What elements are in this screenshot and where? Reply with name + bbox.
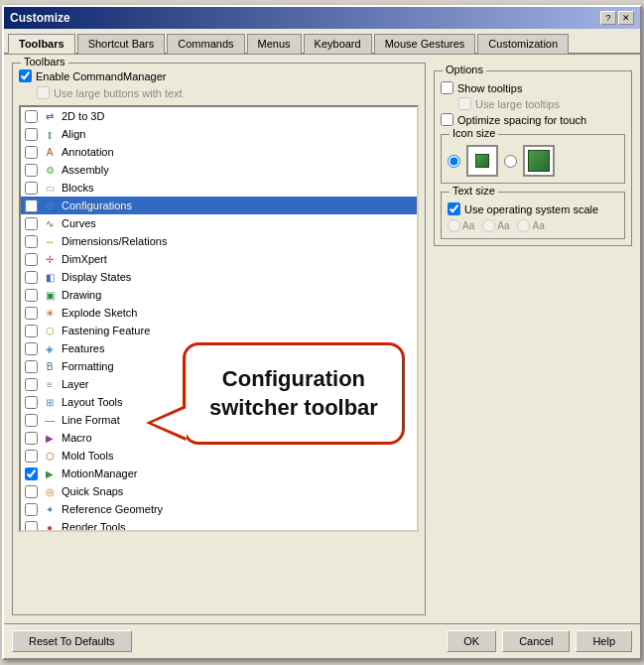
toolbar-item-checkbox[interactable] [25,485,38,498]
toolbar-item-icon: ◧ [42,269,58,285]
show-tooltips-row: Show tooltips [441,81,625,94]
toolbar-item[interactable]: ⬡Mold Tools [21,447,417,465]
text-size-title: Text size [450,185,498,197]
toolbar-list[interactable]: ⇄2D to 3D⫿AlignAAnnotation⚙Assembly▭Bloc… [19,105,419,532]
enable-command-manager-checkbox[interactable] [19,69,32,82]
toolbar-item-checkbox[interactable] [25,128,38,141]
icon-size-row [448,145,618,177]
help-button[interactable]: Help [576,630,632,652]
cancel-button[interactable]: Cancel [502,630,570,652]
toolbar-item-checkbox[interactable] [25,450,38,463]
toolbar-item-label: DimXpert [62,253,413,265]
show-tooltips-checkbox[interactable] [441,81,453,94]
toolbar-item-checkbox[interactable] [25,235,38,248]
toolbar-item[interactable]: ◎Quick Snaps [21,482,417,500]
toolbar-item[interactable]: ∿Curves [21,214,417,232]
toolbar-item-checkbox[interactable] [25,253,38,266]
toolbar-item-label: Reference Geometry [62,503,413,515]
toolbar-item-icon: ⊞ [42,394,58,410]
toolbar-item-icon: ⫿ [42,126,58,142]
toolbar-item-label: Curves [62,217,413,229]
toolbar-item-label: Display States [62,271,413,283]
toolbar-item[interactable]: ⚙Configurations [21,197,417,214]
text-size-small-radio[interactable] [448,219,460,232]
icon-size-large-box [523,145,555,177]
toolbar-item[interactable]: ▣Drawing [21,286,417,304]
tab-menus[interactable]: Menus [247,34,302,54]
toolbar-item-label: Fastening Feature [62,325,413,336]
toolbar-item[interactable]: ✛DimXpert [21,250,417,268]
toolbar-item-label: Annotation [62,146,413,158]
toolbar-item-icon: ⇄ [42,108,58,124]
toolbar-item[interactable]: ◧Display States [21,268,417,286]
close-title-button[interactable]: ✕ [618,11,634,25]
toolbar-item-checkbox[interactable] [25,521,38,533]
toolbars-group-title: Toolbars [21,56,68,67]
toolbar-item[interactable]: ▭Blocks [21,179,417,197]
icon-size-group: Icon size [441,134,625,184]
toolbar-item-icon: ✳ [42,305,58,321]
toolbar-item-checkbox[interactable] [25,182,38,195]
toolbar-item-checkbox[interactable] [25,200,38,212]
tab-mouse-gestures[interactable]: Mouse Gestures [374,34,476,54]
balloon-line2: switcher toolbar [209,395,378,420]
icon-size-small-radio[interactable] [448,155,460,168]
toolbar-item[interactable]: ⚙Assembly [21,161,417,179]
toolbar-item-checkbox[interactable] [25,217,38,230]
toolbar-item[interactable]: ✦Reference Geometry [21,500,417,518]
optimize-spacing-checkbox[interactable] [441,113,453,126]
toolbar-item-checkbox[interactable] [25,467,38,480]
reset-defaults-button[interactable]: Reset To Defaults [12,630,132,652]
toolbar-item[interactable]: ✳Explode Sketch [21,304,417,322]
ok-button[interactable]: OK [447,630,496,652]
toolbar-item-icon: ⚙ [42,198,58,213]
dialog-title: Customize [10,11,70,25]
toolbar-item[interactable]: ▶MotionManager [21,465,417,482]
enable-command-manager-row: Enable CommandManager [19,69,419,82]
tab-customization[interactable]: Customization [477,34,569,54]
text-size-small-label: Aa [462,220,474,231]
toolbar-item[interactable]: ⇄2D to 3D [21,107,417,125]
toolbar-item-checkbox[interactable] [25,325,38,337]
use-os-scale-checkbox[interactable] [448,202,460,215]
toolbar-item-icon: ▣ [42,287,58,303]
toolbar-item-checkbox[interactable] [25,342,38,355]
toolbar-item-icon: ⚙ [42,162,58,178]
tab-commands[interactable]: Commands [167,34,244,54]
toolbar-item-checkbox[interactable] [25,360,38,373]
balloon: Configuration switcher toolbar [183,342,405,445]
toolbar-item-checkbox[interactable] [25,378,38,391]
tab-keyboard[interactable]: Keyboard [304,34,372,54]
tab-shortcut-bars[interactable]: Shortcut Bars [77,34,166,54]
large-buttons-checkbox[interactable] [37,86,50,99]
text-size-large-radio[interactable] [517,219,530,232]
tab-toolbars[interactable]: Toolbars [8,34,75,54]
toolbar-item[interactable]: ⬡Fastening Feature [21,322,417,339]
balloon-container: Configuration switcher toolbar [183,342,405,445]
content-area: Toolbars Enable CommandManager Use large… [4,55,640,623]
toolbar-item-icon: ● [42,519,58,532]
toolbar-item-checkbox[interactable] [25,146,38,159]
toolbar-item-checkbox[interactable] [25,271,38,284]
toolbar-item-checkbox[interactable] [25,432,38,445]
toolbar-item[interactable]: AAnnotation [21,143,417,161]
help-title-button[interactable]: ? [600,11,616,25]
balloon-line1: Configuration [222,366,365,391]
customize-dialog: Customize ? ✕ Toolbars Shortcut Bars Com… [2,5,642,660]
toolbar-item[interactable]: ↔Dimensions/Relations [21,232,417,250]
toolbar-item-checkbox[interactable] [25,110,38,123]
toolbar-item-checkbox[interactable] [25,307,38,320]
large-tooltips-checkbox[interactable] [458,97,471,110]
toolbar-item-checkbox[interactable] [25,396,38,409]
toolbar-item-checkbox[interactable] [25,289,38,302]
icon-size-large-radio[interactable] [504,155,517,168]
use-os-scale-row: Use operating system scale [448,202,618,215]
toolbar-item-checkbox[interactable] [25,503,38,516]
toolbar-item-checkbox[interactable] [25,164,38,177]
text-size-medium-radio[interactable] [482,219,495,232]
toolbar-item-checkbox[interactable] [25,414,38,427]
toolbar-item[interactable]: ⫿Align [21,125,417,143]
text-size-medium: Aa [482,219,509,232]
toolbar-item[interactable]: ●Render Tools [21,518,417,532]
icon-size-title: Icon size [450,127,498,139]
